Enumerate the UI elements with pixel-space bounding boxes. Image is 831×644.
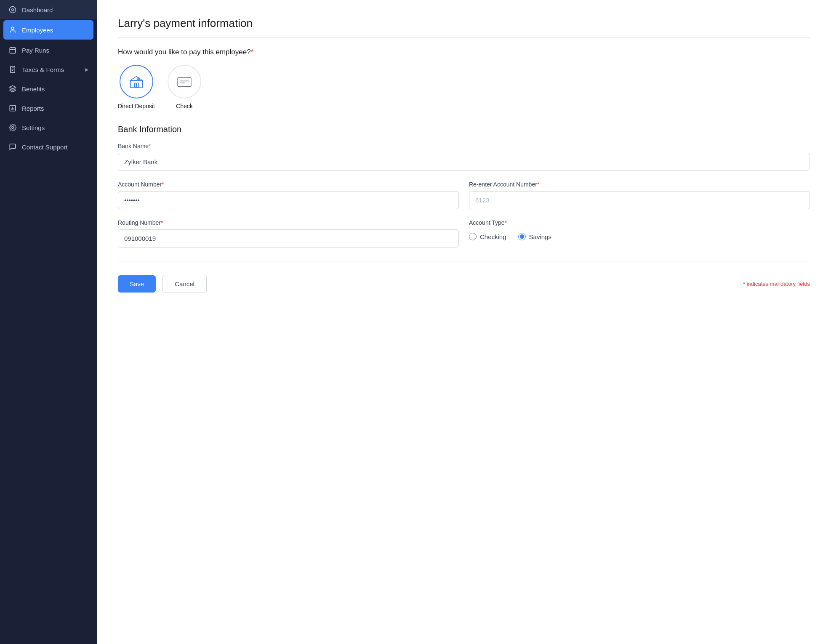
bank-section-title: Bank Information bbox=[118, 125, 810, 134]
account-number-row: Account Number* Re-enter Account Number* bbox=[118, 181, 810, 209]
sidebar: Dashboard Employees Pay Runs Taxes & For… bbox=[0, 0, 97, 644]
pay-runs-icon bbox=[8, 46, 17, 54]
radio-checking-label: Checking bbox=[480, 233, 506, 240]
radio-checking[interactable]: Checking bbox=[469, 233, 506, 240]
bank-name-input[interactable] bbox=[118, 153, 810, 171]
re-enter-account-number-field: Re-enter Account Number* bbox=[469, 181, 810, 209]
account-type-label: Account Type* bbox=[469, 219, 810, 226]
sidebar-label-settings: Settings bbox=[22, 124, 45, 131]
svg-point-1 bbox=[12, 9, 14, 11]
payment-option-direct-deposit[interactable]: Direct Deposit bbox=[118, 65, 155, 109]
required-star-question: * bbox=[251, 48, 254, 56]
chevron-right-icon: ▶ bbox=[85, 67, 88, 72]
sidebar-item-employees[interactable]: Employees bbox=[3, 20, 93, 40]
routing-account-type-row: Routing Number* Account Type* Checking S… bbox=[118, 219, 810, 247]
sidebar-label-taxes-forms: Taxes & Forms bbox=[22, 66, 64, 73]
reports-icon bbox=[8, 104, 17, 112]
account-type-field: Account Type* Checking Savings bbox=[469, 219, 810, 247]
sidebar-label-pay-runs: Pay Runs bbox=[22, 47, 49, 54]
main-content: Larry's payment information How would yo… bbox=[97, 0, 831, 644]
sidebar-label-benefits: Benefits bbox=[22, 85, 45, 93]
bank-name-label: Bank Name* bbox=[118, 143, 810, 149]
radio-checking-input[interactable] bbox=[469, 233, 477, 240]
save-button[interactable]: Save bbox=[118, 275, 156, 293]
account-number-field: Account Number* bbox=[118, 181, 459, 209]
account-type-radio-group: Checking Savings bbox=[469, 233, 810, 240]
re-enter-account-number-input[interactable] bbox=[469, 191, 810, 209]
contact-support-icon bbox=[8, 143, 17, 151]
svg-point-2 bbox=[11, 27, 14, 29]
sidebar-item-dashboard[interactable]: Dashboard bbox=[0, 0, 97, 19]
routing-number-input[interactable] bbox=[118, 229, 459, 247]
sidebar-item-contact-support[interactable]: Contact Support bbox=[0, 137, 97, 157]
svg-rect-3 bbox=[10, 48, 16, 53]
dashboard-icon bbox=[8, 6, 17, 13]
sidebar-item-taxes-forms[interactable]: Taxes & Forms ▶ bbox=[0, 60, 97, 79]
account-number-input[interactable] bbox=[118, 191, 459, 209]
mandatory-note: * indicates mandatory fields bbox=[743, 281, 810, 287]
routing-number-field: Routing Number* bbox=[118, 219, 459, 247]
routing-number-label: Routing Number* bbox=[118, 219, 459, 226]
sidebar-label-reports: Reports bbox=[22, 105, 44, 112]
bank-info-section: Bank Information Bank Name* Account Numb… bbox=[118, 125, 810, 247]
radio-savings-label: Savings bbox=[529, 233, 551, 240]
svg-rect-15 bbox=[137, 83, 138, 88]
sidebar-label-dashboard: Dashboard bbox=[22, 6, 53, 13]
page-title: Larry's payment information bbox=[118, 17, 810, 38]
svg-point-12 bbox=[12, 127, 14, 129]
settings-icon bbox=[8, 124, 17, 131]
sidebar-label-contact-support: Contact Support bbox=[22, 144, 67, 151]
bank-name-field: Bank Name* bbox=[118, 143, 810, 171]
radio-savings-input[interactable] bbox=[518, 233, 526, 240]
svg-rect-19 bbox=[178, 78, 191, 87]
sidebar-item-pay-runs[interactable]: Pay Runs bbox=[0, 40, 97, 60]
payment-options: Direct Deposit Check bbox=[118, 65, 810, 109]
payment-option-circle-check[interactable] bbox=[168, 65, 201, 98]
re-enter-account-number-label: Re-enter Account Number* bbox=[469, 181, 810, 188]
taxes-forms-icon bbox=[8, 66, 17, 73]
payment-option-circle-direct-deposit[interactable] bbox=[120, 65, 153, 98]
bank-name-row: Bank Name* bbox=[118, 143, 810, 171]
payment-option-label-direct-deposit: Direct Deposit bbox=[118, 103, 155, 109]
payment-question: How would you like to pay this employee?… bbox=[118, 48, 810, 109]
employees-icon bbox=[8, 26, 17, 34]
radio-savings[interactable]: Savings bbox=[518, 233, 551, 240]
payment-option-check[interactable]: Check bbox=[168, 65, 201, 109]
footer-divider bbox=[118, 261, 810, 261]
sidebar-label-employees: Employees bbox=[22, 27, 53, 34]
payment-question-text: How would you like to pay this employee? bbox=[118, 48, 251, 56]
sidebar-item-reports[interactable]: Reports bbox=[0, 98, 97, 118]
sidebar-item-benefits[interactable]: Benefits bbox=[0, 79, 97, 98]
sidebar-item-settings[interactable]: Settings bbox=[0, 118, 97, 137]
svg-rect-14 bbox=[134, 83, 136, 88]
benefits-icon bbox=[8, 85, 17, 93]
cancel-button[interactable]: Cancel bbox=[162, 275, 207, 293]
account-number-label: Account Number* bbox=[118, 181, 459, 188]
svg-point-0 bbox=[10, 7, 16, 13]
form-footer: Save Cancel * indicates mandatory fields bbox=[118, 275, 810, 293]
payment-option-label-check: Check bbox=[176, 103, 193, 109]
